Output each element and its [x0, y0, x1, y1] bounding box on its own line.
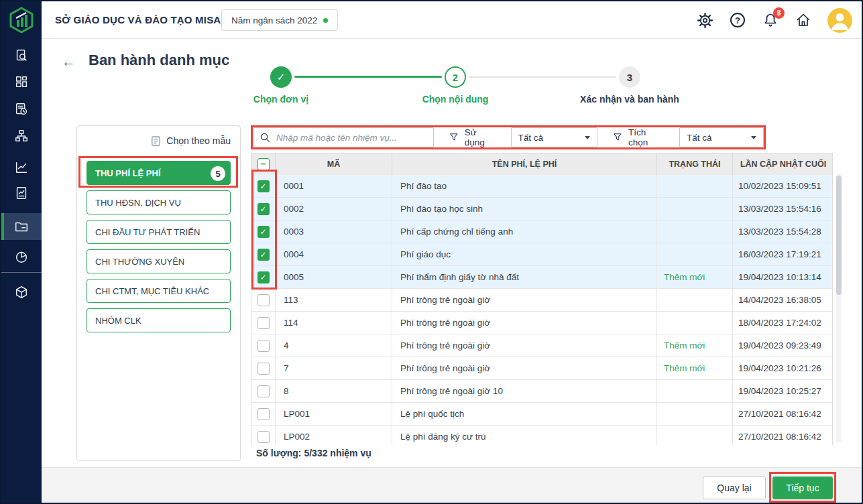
column-header-name[interactable]: TÊN PHÍ, LỆ PHÍ [392, 153, 657, 175]
budget-year-button[interactable]: Năm ngân sách 2022 [221, 9, 338, 31]
folder-icon[interactable] [1, 213, 42, 240]
row-checkbox[interactable] [257, 340, 270, 352]
sidebar-divider [1, 272, 42, 273]
table-row[interactable]: LP001 Lệ phí quốc tịch 27/10/2021 08:16:… [251, 403, 832, 426]
table-header: MÃ TÊN PHÍ, LỆ PHÍ TRẠNG THÁI LẦN CẬP NH… [251, 153, 832, 175]
filter-usage-select[interactable]: Tất cả [511, 127, 598, 147]
row-checkbox[interactable] [257, 180, 270, 192]
row-status: Thêm mới [657, 334, 733, 357]
line-chart-icon[interactable] [1, 154, 42, 181]
table-row[interactable]: 0001 Phí đào tạo 10/02/2023 15:09:51 [251, 175, 832, 198]
home-icon[interactable] [795, 11, 812, 29]
template-panel-header[interactable]: Chọn theo mẫu [77, 126, 240, 155]
row-checkbox[interactable] [257, 317, 270, 329]
row-updated: 18/04/2023 17:24:02 [733, 312, 833, 334]
row-status [657, 198, 733, 220]
row-code: 4 [276, 334, 392, 357]
user-avatar[interactable] [827, 8, 852, 33]
row-name: Phí trông trẻ ngoài giờ [392, 289, 657, 311]
scrollbar-thumb[interactable] [836, 176, 842, 295]
template-button[interactable]: CHI ĐẦU TƯ PHÁT TRIỂN [87, 220, 231, 244]
notification-bell-icon[interactable]: 8 [762, 11, 779, 29]
row-checkbox[interactable] [257, 363, 270, 375]
row-name: Lệ phí đăng ký cư trú [392, 426, 657, 445]
row-checkbox[interactable] [257, 431, 270, 443]
table-scrollbar[interactable] [836, 174, 842, 442]
table-row[interactable]: 7 Phí trông trẻ ngoài giờ Thêm mới 19/04… [251, 357, 832, 380]
row-checkbox[interactable] [257, 226, 270, 238]
search-icon [260, 132, 271, 143]
template-list: THU PHÍ LỆ PHÍ 5 THU HĐSN, DỊCH VỤ CHI Đ… [77, 155, 240, 332]
table-row[interactable]: 0002 Phí đào tạo học sinh 13/03/2023 15:… [251, 198, 832, 220]
row-checkbox[interactable] [257, 408, 270, 420]
settings-gear-icon[interactable] [696, 11, 713, 29]
row-checkbox[interactable] [257, 249, 270, 261]
budget-year-label: Năm ngân sách 2022 [231, 15, 317, 25]
table-row[interactable]: 0004 Phí giáo dục 16/03/2023 17:19:21 [251, 243, 832, 266]
stepper-step-3: 3 [619, 66, 640, 88]
template-button[interactable]: CHI THƯỜNG XUYÊN [87, 249, 231, 273]
fees-table: MÃ TÊN PHÍ, LỆ PHÍ TRẠNG THÁI LẦN CẬP NH… [251, 153, 833, 445]
row-checkbox[interactable] [257, 203, 270, 215]
search-input[interactable] [276, 133, 427, 143]
stepper-step-2: 2 [445, 66, 466, 88]
table-row[interactable]: 8 Phí trông trẻ ngoài giờ 10 19/04/2023 … [251, 380, 832, 403]
row-updated: 27/10/2021 08:16:42 [733, 426, 833, 445]
page-title: Ban hành danh mục [89, 52, 229, 69]
filter-funnel-icon [449, 132, 459, 143]
column-header-status[interactable]: TRẠNG THÁI [657, 153, 733, 175]
org-chart-icon[interactable] [1, 123, 42, 149]
row-status [657, 312, 733, 334]
org-title: SỞ GIÁO DỤC VÀ ĐÀO TẠO MISA [55, 14, 221, 25]
document-search-icon[interactable] [1, 42, 42, 69]
row-status [657, 243, 733, 265]
row-status: Thêm mới [657, 266, 733, 288]
select-all-checkbox[interactable] [257, 158, 270, 170]
row-updated: 19/04/2023 10:25:27 [733, 380, 833, 402]
row-code: 0001 [276, 175, 392, 197]
row-code: 8 [276, 380, 392, 402]
filter-bar: Sử dụng Tất cả Tích chọn Tất cả [253, 127, 764, 147]
back-arrow-icon[interactable]: ← [62, 53, 76, 70]
row-checkbox[interactable] [257, 294, 270, 306]
row-checkbox[interactable] [257, 385, 270, 397]
row-status [657, 380, 733, 402]
template-button[interactable]: CHI CTMT, MỤC TIÊU KHÁC [87, 279, 231, 303]
row-updated: 19/04/2023 10:13:14 [733, 266, 833, 288]
table-row[interactable]: 0005 Phí thẩm định giấy tờ nhà đất Thêm … [251, 266, 832, 289]
report-summary-icon[interactable] [1, 180, 42, 206]
report-clock-icon[interactable] [1, 96, 42, 123]
template-button[interactable]: NHÓM CLK [87, 308, 231, 332]
help-icon[interactable]: ? [729, 11, 746, 29]
table-row[interactable]: LP002 Lệ phí đăng ký cư trú 27/10/2021 0… [251, 426, 832, 445]
row-code: LP002 [276, 426, 392, 445]
template-button[interactable]: THU HĐSN, DỊCH VỤ [87, 190, 231, 214]
table-row[interactable]: 4 Phí trông trẻ ngoài giờ Thêm mới 19/04… [251, 334, 832, 357]
pie-chart-icon[interactable] [1, 243, 42, 270]
row-name: Phí giáo dục [392, 243, 657, 265]
row-code: 0004 [276, 243, 392, 265]
search-box[interactable] [253, 127, 434, 147]
row-status [657, 220, 733, 243]
cube-icon[interactable] [1, 279, 42, 306]
column-header-updated[interactable]: LẦN CẬP NHẬT CUỐI [733, 153, 833, 175]
back-button[interactable]: Quay lại [703, 477, 766, 499]
continue-button[interactable]: Tiếp tục [772, 477, 833, 499]
sidebar [1, 1, 42, 503]
chevron-down-icon [585, 136, 590, 139]
table-row[interactable]: 114 Phí trông trẻ ngoài giờ 18/04/2023 1… [251, 312, 832, 334]
dashboard-grid-icon[interactable] [1, 68, 42, 95]
template-button[interactable]: THU PHÍ LỆ PHÍ 5 [87, 161, 231, 185]
row-code: LP001 [276, 403, 392, 425]
filter-funnel-icon [612, 132, 623, 143]
template-count-badge: 5 [211, 166, 225, 181]
row-checkbox[interactable] [257, 271, 270, 284]
table-row[interactable]: 113 Phí trông trẻ ngoài giờ 14/04/2023 1… [251, 289, 832, 312]
table-row[interactable]: 0003 Phí cấp chứng chỉ tiếng anh 13/03/2… [251, 220, 832, 243]
row-name: Phí trông trẻ ngoài giờ [392, 312, 657, 334]
template-icon [150, 135, 162, 147]
misa-logo-icon[interactable] [8, 7, 35, 34]
table-body: 0001 Phí đào tạo 10/02/2023 15:09:51 000… [251, 175, 832, 445]
column-header-code[interactable]: MÃ [276, 153, 392, 175]
filter-checked-select[interactable]: Tất cả [679, 127, 764, 147]
